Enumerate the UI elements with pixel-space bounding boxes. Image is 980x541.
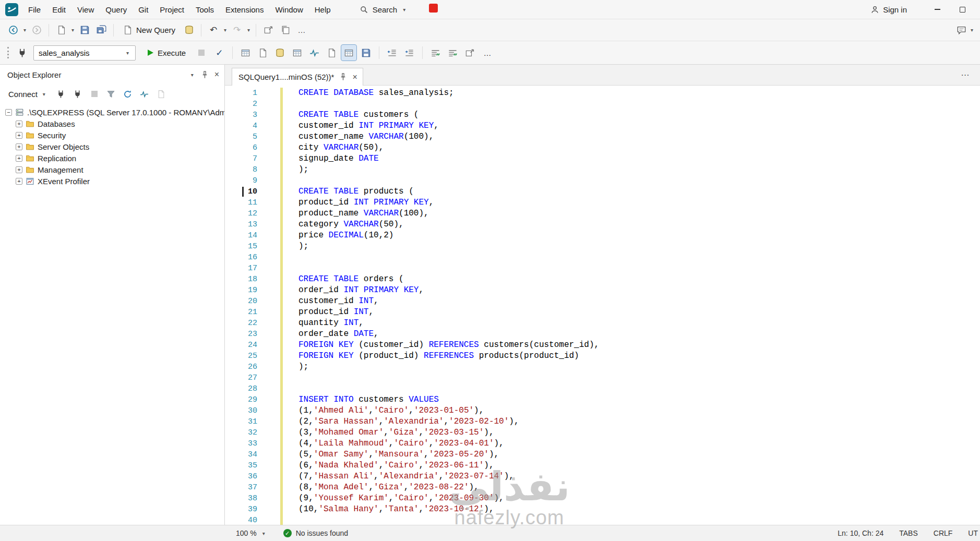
code-line-3[interactable]: 3CREATE TABLE customers ( bbox=[225, 110, 980, 121]
toolbar-overflow-button[interactable]: … bbox=[294, 22, 309, 38]
connect-dropdown[interactable]: Connect ▾ bbox=[5, 88, 50, 100]
results-to-text-button[interactable] bbox=[324, 45, 339, 61]
code-line-4[interactable]: 4customer_id INT PRIMARY KEY, bbox=[225, 121, 980, 131]
database-dropdown[interactable]: sales_analysis ▾ bbox=[33, 45, 136, 61]
new-query-button[interactable]: New Query bbox=[118, 22, 180, 38]
results-to-file-button[interactable] bbox=[358, 45, 374, 61]
code-line-29[interactable]: 29INSERT INTO customers VALUES bbox=[225, 394, 980, 405]
copy-button[interactable] bbox=[277, 22, 293, 38]
navigate-forward-button[interactable] bbox=[29, 22, 44, 38]
menu-tools[interactable]: Tools bbox=[190, 3, 220, 17]
code-line-23[interactable]: 23order_date DATE, bbox=[225, 329, 980, 340]
code-line-40[interactable]: 40 bbox=[225, 515, 980, 525]
code-line-15[interactable]: 15); bbox=[225, 241, 980, 252]
tree-item-replication[interactable]: +Replication bbox=[0, 152, 224, 164]
disconnect-button[interactable] bbox=[72, 88, 83, 100]
code-line-34[interactable]: 34(5,'Omar Samy','Mansoura','2023-05-20'… bbox=[225, 449, 980, 460]
execute-button[interactable]: Execute bbox=[142, 45, 192, 61]
intellisense-button[interactable] bbox=[272, 45, 288, 61]
caret-position[interactable]: Ln: 10, Ch: 24 bbox=[838, 529, 883, 537]
menu-git[interactable]: Git bbox=[133, 3, 154, 17]
expand-icon[interactable]: + bbox=[16, 143, 22, 150]
parse-button[interactable]: ✓ bbox=[211, 47, 227, 58]
menu-query[interactable]: Query bbox=[100, 3, 133, 17]
redo-button[interactable]: ↷ bbox=[229, 22, 245, 38]
collapse-icon[interactable]: − bbox=[5, 109, 12, 116]
menu-extensions[interactable]: Extensions bbox=[220, 3, 269, 17]
undo-dropdown-icon[interactable]: ▾ bbox=[222, 27, 228, 33]
menu-project[interactable]: Project bbox=[154, 3, 190, 17]
code-line-36[interactable]: 36(7,'Hassan Ali','Alexandria','2023-07-… bbox=[225, 471, 980, 482]
comment-button[interactable] bbox=[428, 45, 443, 61]
menu-window[interactable]: Window bbox=[269, 3, 308, 17]
code-line-5[interactable]: 5customer_name VARCHAR(100), bbox=[225, 131, 980, 142]
code-line-8[interactable]: 8); bbox=[225, 164, 980, 175]
tab-overflow-button[interactable]: … bbox=[961, 68, 976, 82]
code-line-19[interactable]: 19order_id INT PRIMARY KEY, bbox=[225, 285, 980, 296]
cancel-query-button[interactable] bbox=[198, 50, 205, 56]
activity-monitor-button[interactable] bbox=[139, 88, 150, 100]
menu-file[interactable]: File bbox=[22, 3, 46, 17]
code-line-10[interactable]: 10CREATE TABLE products ( bbox=[225, 186, 980, 197]
tab-sqlquery1[interactable]: SQLQuery1....minOS (52))* × bbox=[232, 68, 363, 86]
code-line-38[interactable]: 38(9,'Youssef Karim','Cairo','2023-09-30… bbox=[225, 493, 980, 504]
code-line-9[interactable]: 9 bbox=[225, 175, 980, 186]
tree-item-server-objects[interactable]: +Server Objects bbox=[0, 141, 224, 152]
code-line-6[interactable]: 6city VARCHAR(50), bbox=[225, 142, 980, 153]
save-button[interactable] bbox=[77, 22, 92, 38]
code-line-24[interactable]: 24FOREIGN KEY (customer_id) REFERENCES c… bbox=[225, 340, 980, 351]
reports-button[interactable] bbox=[156, 88, 167, 100]
code-line-1[interactable]: 1CREATE DATABASE sales_analysis; bbox=[225, 88, 980, 99]
new-file-dropdown-icon[interactable]: ▾ bbox=[70, 27, 76, 33]
connect-object-button[interactable] bbox=[55, 88, 67, 100]
code-line-37[interactable]: 37(8,'Mona Adel','Giza','2023-08-22'), bbox=[225, 482, 980, 493]
new-file-button[interactable] bbox=[53, 22, 69, 38]
code-line-7[interactable]: 7signup_date DATE bbox=[225, 153, 980, 164]
code-line-39[interactable]: 39(10,'Salma Hany','Tanta','2023-10-12')… bbox=[225, 504, 980, 515]
code-line-17[interactable]: 17 bbox=[225, 263, 980, 274]
tree-item-sqlexpress-sql-server-17-0-1[interactable]: −.\SQLEXPRESS (SQL Server 17.0.1000 - RO… bbox=[0, 106, 224, 118]
estimated-plan-button[interactable] bbox=[238, 45, 253, 61]
code-line-16[interactable]: 16 bbox=[225, 252, 980, 263]
code-line-20[interactable]: 20customer_id INT, bbox=[225, 296, 980, 307]
code-line-26[interactable]: 26); bbox=[225, 362, 980, 372]
feedback-dropdown-icon[interactable]: ▾ bbox=[969, 27, 975, 33]
maximize-button[interactable] bbox=[950, 2, 975, 17]
code-line-25[interactable]: 25FOREIGN KEY (product_id) REFERENCES pr… bbox=[225, 351, 980, 362]
specify-values-button[interactable] bbox=[462, 45, 477, 61]
toolbar-grip-handle[interactable] bbox=[7, 47, 10, 58]
panel-options-icon[interactable]: ▾ bbox=[189, 72, 195, 78]
expand-icon[interactable]: + bbox=[16, 166, 22, 173]
undo-button[interactable]: ↶ bbox=[206, 22, 221, 38]
pin-icon[interactable] bbox=[339, 73, 348, 81]
stop-button[interactable] bbox=[89, 88, 100, 100]
indent-mode[interactable]: TABS bbox=[899, 529, 918, 537]
open-in-window-button[interactable] bbox=[260, 22, 276, 38]
tree-item-databases[interactable]: +Databases bbox=[0, 118, 224, 129]
line-ending[interactable]: CRLF bbox=[934, 529, 953, 537]
menu-help[interactable]: Help bbox=[309, 3, 337, 17]
save-all-button[interactable] bbox=[93, 22, 109, 38]
code-line-12[interactable]: 12product_name VARCHAR(100), bbox=[225, 208, 980, 219]
encoding[interactable]: UT bbox=[968, 529, 978, 537]
indent-button[interactable] bbox=[402, 45, 417, 61]
code-line-2[interactable]: 2 bbox=[225, 99, 980, 110]
outdent-button[interactable] bbox=[385, 45, 400, 61]
tree-item-management[interactable]: +Management bbox=[0, 164, 224, 175]
expand-icon[interactable]: + bbox=[16, 178, 22, 185]
code-line-35[interactable]: 35(6,'Nada Khaled','Cairo','2023-06-11')… bbox=[225, 460, 980, 471]
code-line-30[interactable]: 30(1,'Ahmed Ali','Cairo','2023-01-05'), bbox=[225, 405, 980, 416]
live-statistics-button[interactable] bbox=[307, 45, 322, 61]
code-line-14[interactable]: 14price DECIMAL(10,2) bbox=[225, 230, 980, 241]
code-line-28[interactable]: 28 bbox=[225, 383, 980, 394]
code-editor[interactable]: 1CREATE DATABASE sales_analysis;23CREATE… bbox=[225, 86, 980, 525]
query-toolbar-overflow-button[interactable]: … bbox=[480, 45, 495, 61]
minimize-button[interactable] bbox=[925, 2, 950, 17]
expand-icon[interactable]: + bbox=[16, 155, 22, 162]
code-line-13[interactable]: 13category VARCHAR(50), bbox=[225, 219, 980, 230]
zoom-dropdown[interactable]: 100 % ▾ bbox=[232, 529, 271, 537]
database-engine-query-button[interactable] bbox=[181, 22, 197, 38]
code-line-32[interactable]: 32(3,'Mohamed Omar','Giza','2023-03-15')… bbox=[225, 427, 980, 438]
code-line-22[interactable]: 22quantity INT, bbox=[225, 318, 980, 329]
feedback-button[interactable] bbox=[953, 22, 969, 38]
